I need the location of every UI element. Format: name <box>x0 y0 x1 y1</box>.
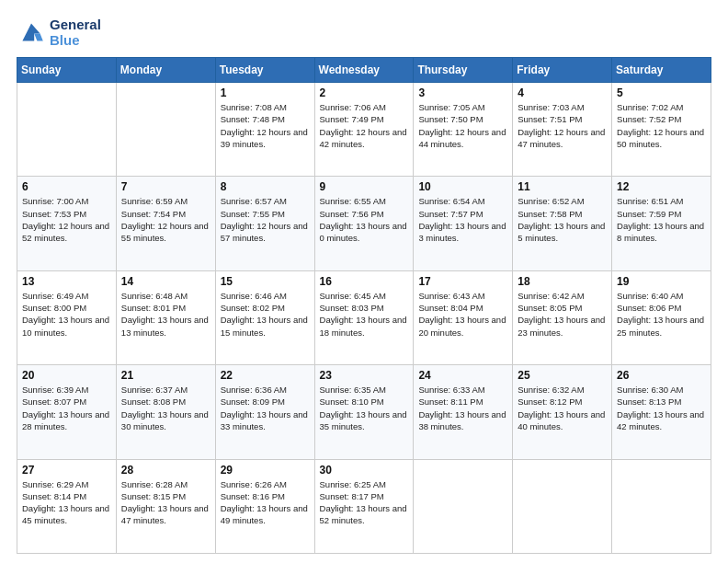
day-info: Sunrise: 6:40 AM Sunset: 8:06 PM Dayligh… <box>617 290 706 339</box>
day-number: 28 <box>121 464 210 477</box>
day-number: 29 <box>221 464 310 477</box>
weekday-saturday: Saturday <box>612 58 711 83</box>
weekday-friday: Friday <box>513 58 612 83</box>
day-number: 17 <box>418 275 507 288</box>
day-info: Sunrise: 6:43 AM Sunset: 8:04 PM Dayligh… <box>418 290 507 339</box>
calendar-cell: 20Sunrise: 6:39 AM Sunset: 8:07 PM Dayli… <box>17 365 117 459</box>
day-info: Sunrise: 6:37 AM Sunset: 8:08 PM Dayligh… <box>121 384 210 432</box>
day-info: Sunrise: 6:54 AM Sunset: 7:57 PM Dayligh… <box>418 195 507 244</box>
day-number: 23 <box>320 369 409 382</box>
calendar-cell: 4Sunrise: 7:03 AM Sunset: 7:51 PM Daylig… <box>513 83 612 177</box>
day-number: 2 <box>320 86 409 99</box>
day-info: Sunrise: 6:30 AM Sunset: 8:13 PM Dayligh… <box>617 384 706 432</box>
weekday-thursday: Thursday <box>414 58 513 83</box>
day-number: 14 <box>121 275 210 288</box>
day-info: Sunrise: 6:36 AM Sunset: 8:09 PM Dayligh… <box>221 384 310 432</box>
calendar-cell <box>513 459 612 553</box>
header: General Blue <box>17 17 711 48</box>
day-info: Sunrise: 7:05 AM Sunset: 7:50 PM Dayligh… <box>418 101 507 150</box>
day-info: Sunrise: 7:08 AM Sunset: 7:48 PM Dayligh… <box>221 101 310 150</box>
calendar-cell: 3Sunrise: 7:05 AM Sunset: 7:50 PM Daylig… <box>414 83 513 177</box>
calendar-row-2: 13Sunrise: 6:49 AM Sunset: 8:00 PM Dayli… <box>17 270 711 364</box>
logo-text: General Blue <box>50 17 101 48</box>
calendar-cell: 10Sunrise: 6:54 AM Sunset: 7:57 PM Dayli… <box>414 177 513 270</box>
day-info: Sunrise: 6:32 AM Sunset: 8:12 PM Dayligh… <box>518 384 607 432</box>
day-info: Sunrise: 7:00 AM Sunset: 7:53 PM Dayligh… <box>22 195 111 244</box>
day-info: Sunrise: 6:57 AM Sunset: 7:55 PM Dayligh… <box>221 195 310 244</box>
day-number: 3 <box>418 86 507 99</box>
calendar-cell <box>612 459 711 553</box>
calendar-cell: 6Sunrise: 7:00 AM Sunset: 7:53 PM Daylig… <box>17 177 117 270</box>
day-number: 11 <box>518 180 607 193</box>
day-number: 7 <box>121 180 210 193</box>
day-info: Sunrise: 6:52 AM Sunset: 7:58 PM Dayligh… <box>518 195 607 244</box>
logo: General Blue <box>17 17 101 48</box>
day-info: Sunrise: 6:42 AM Sunset: 8:05 PM Dayligh… <box>518 290 607 339</box>
day-number: 9 <box>320 180 409 193</box>
page: General Blue SundayMondayTuesdayWednesda… <box>0 0 728 563</box>
calendar-cell: 13Sunrise: 6:49 AM Sunset: 8:00 PM Dayli… <box>17 270 117 364</box>
calendar-cell <box>17 83 117 177</box>
weekday-tuesday: Tuesday <box>215 58 314 83</box>
calendar-cell: 9Sunrise: 6:55 AM Sunset: 7:56 PM Daylig… <box>314 177 414 270</box>
day-number: 5 <box>617 86 706 99</box>
day-number: 25 <box>518 369 607 382</box>
day-number: 10 <box>418 180 507 193</box>
day-number: 26 <box>617 369 706 382</box>
day-number: 15 <box>221 275 310 288</box>
day-info: Sunrise: 6:45 AM Sunset: 8:03 PM Dayligh… <box>320 290 409 339</box>
day-info: Sunrise: 7:03 AM Sunset: 7:51 PM Dayligh… <box>518 101 607 150</box>
calendar-cell: 18Sunrise: 6:42 AM Sunset: 8:05 PM Dayli… <box>513 270 612 364</box>
calendar-cell <box>116 83 215 177</box>
day-info: Sunrise: 6:51 AM Sunset: 7:59 PM Dayligh… <box>617 195 706 244</box>
day-number: 8 <box>221 180 310 193</box>
day-number: 19 <box>617 275 706 288</box>
day-info: Sunrise: 6:25 AM Sunset: 8:17 PM Dayligh… <box>320 478 409 527</box>
day-number: 12 <box>617 180 706 193</box>
day-info: Sunrise: 6:49 AM Sunset: 8:00 PM Dayligh… <box>22 290 111 339</box>
calendar-cell: 2Sunrise: 7:06 AM Sunset: 7:49 PM Daylig… <box>314 83 414 177</box>
calendar-cell: 16Sunrise: 6:45 AM Sunset: 8:03 PM Dayli… <box>314 270 414 364</box>
day-number: 20 <box>22 369 111 382</box>
day-number: 4 <box>518 86 607 99</box>
calendar-row-4: 27Sunrise: 6:29 AM Sunset: 8:14 PM Dayli… <box>17 459 711 553</box>
calendar-cell: 24Sunrise: 6:33 AM Sunset: 8:11 PM Dayli… <box>414 365 513 459</box>
weekday-sunday: Sunday <box>17 58 117 83</box>
calendar-cell: 17Sunrise: 6:43 AM Sunset: 8:04 PM Dayli… <box>414 270 513 364</box>
calendar-cell: 11Sunrise: 6:52 AM Sunset: 7:58 PM Dayli… <box>513 177 612 270</box>
calendar-cell: 30Sunrise: 6:25 AM Sunset: 8:17 PM Dayli… <box>314 459 414 553</box>
day-info: Sunrise: 7:06 AM Sunset: 7:49 PM Dayligh… <box>320 101 409 150</box>
day-info: Sunrise: 6:55 AM Sunset: 7:56 PM Dayligh… <box>320 195 409 244</box>
calendar-cell: 5Sunrise: 7:02 AM Sunset: 7:52 PM Daylig… <box>612 83 711 177</box>
day-number: 13 <box>22 275 111 288</box>
day-info: Sunrise: 6:59 AM Sunset: 7:54 PM Dayligh… <box>121 195 210 244</box>
calendar-cell: 25Sunrise: 6:32 AM Sunset: 8:12 PM Dayli… <box>513 365 612 459</box>
day-info: Sunrise: 6:48 AM Sunset: 8:01 PM Dayligh… <box>121 290 210 339</box>
day-info: Sunrise: 6:39 AM Sunset: 8:07 PM Dayligh… <box>22 384 111 432</box>
day-info: Sunrise: 6:29 AM Sunset: 8:14 PM Dayligh… <box>22 478 111 527</box>
calendar-cell <box>414 459 513 553</box>
day-number: 30 <box>320 464 409 477</box>
weekday-monday: Monday <box>116 58 215 83</box>
calendar-cell: 15Sunrise: 6:46 AM Sunset: 8:02 PM Dayli… <box>215 270 314 364</box>
day-number: 16 <box>320 275 409 288</box>
calendar-cell: 1Sunrise: 7:08 AM Sunset: 7:48 PM Daylig… <box>215 83 314 177</box>
calendar-row-3: 20Sunrise: 6:39 AM Sunset: 8:07 PM Dayli… <box>17 365 711 459</box>
calendar-cell: 19Sunrise: 6:40 AM Sunset: 8:06 PM Dayli… <box>612 270 711 364</box>
day-info: Sunrise: 6:26 AM Sunset: 8:16 PM Dayligh… <box>221 478 310 527</box>
day-info: Sunrise: 7:02 AM Sunset: 7:52 PM Dayligh… <box>617 101 706 150</box>
calendar-cell: 21Sunrise: 6:37 AM Sunset: 8:08 PM Dayli… <box>116 365 215 459</box>
day-number: 27 <box>22 464 111 477</box>
day-info: Sunrise: 6:28 AM Sunset: 8:15 PM Dayligh… <box>121 478 210 527</box>
weekday-wednesday: Wednesday <box>314 58 414 83</box>
day-number: 21 <box>121 369 210 382</box>
calendar-cell: 27Sunrise: 6:29 AM Sunset: 8:14 PM Dayli… <box>17 459 117 553</box>
svg-marker-1 <box>34 34 43 41</box>
day-number: 18 <box>518 275 607 288</box>
calendar-row-1: 6Sunrise: 7:00 AM Sunset: 7:53 PM Daylig… <box>17 177 711 270</box>
calendar-table: SundayMondayTuesdayWednesdayThursdayFrid… <box>17 57 711 554</box>
calendar-cell: 28Sunrise: 6:28 AM Sunset: 8:15 PM Dayli… <box>116 459 215 553</box>
day-number: 24 <box>418 369 507 382</box>
calendar-cell: 7Sunrise: 6:59 AM Sunset: 7:54 PM Daylig… <box>116 177 215 270</box>
logo-icon <box>17 17 46 47</box>
